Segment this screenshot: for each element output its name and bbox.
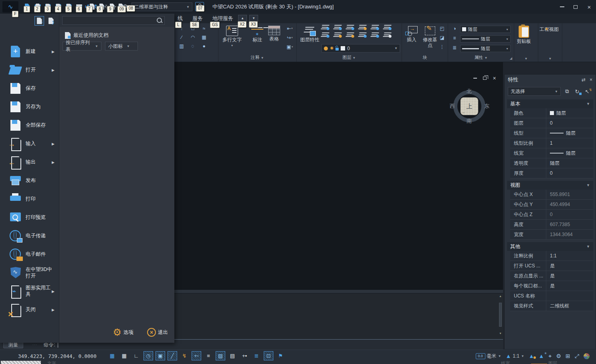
file-menu-item[interactable]: 打印预览 bbox=[0, 208, 59, 227]
layer-tool-icon[interactable] bbox=[345, 25, 354, 29]
property-value[interactable]: 是 bbox=[546, 283, 593, 289]
section-header-basic[interactable]: 基本▼ bbox=[507, 99, 593, 108]
status-toggle[interactable]: ≣ bbox=[252, 351, 261, 360]
scroll-thumb[interactable] bbox=[499, 303, 502, 327]
property-row[interactable]: 注释比例 1:1 bbox=[510, 251, 593, 261]
ribbon-tool-icon[interactable]: ● bbox=[200, 42, 208, 50]
layer-tool-icon[interactable] bbox=[358, 25, 367, 29]
qat-button[interactable]: ▾ 8 bbox=[95, 2, 105, 11]
qat-button[interactable]: 3 bbox=[43, 2, 53, 11]
status-toggle[interactable]: +▫ bbox=[192, 351, 201, 360]
ribbon-tool-icon[interactable]: ▥ bbox=[178, 42, 186, 50]
layer-tool-icon[interactable] bbox=[358, 32, 367, 37]
annotation-tool-icon[interactable]: ⇤▾ bbox=[286, 25, 294, 32]
ribbon-tool-icon[interactable]: ◌ bbox=[189, 42, 197, 50]
property-row[interactable]: 在原点显示 ... 是 bbox=[510, 271, 593, 281]
qat-button[interactable]: 4 bbox=[54, 2, 63, 11]
status-toggle[interactable]: ▦ bbox=[119, 351, 129, 360]
units-control[interactable]: 0.0 毫米 ▼ bbox=[476, 353, 501, 360]
layer-tool-icon[interactable] bbox=[370, 25, 379, 29]
ribbon-collapse-button[interactable]: ▲ X2 bbox=[238, 15, 247, 22]
qat-button[interactable]: 2 bbox=[33, 2, 42, 11]
ribbon-tool-icon[interactable]: ◠ bbox=[189, 34, 197, 41]
hardware-accel-icon[interactable]: ⊞ bbox=[566, 353, 570, 359]
layer-tool-icon[interactable] bbox=[370, 32, 379, 37]
settings-gear-icon[interactable]: ⚙ bbox=[556, 353, 562, 359]
search-box[interactable] bbox=[62, 16, 165, 25]
dialog-launcher-icon[interactable]: ◢ bbox=[510, 57, 512, 60]
annotation-autoscale-icon[interactable]: ▲ bbox=[539, 353, 544, 359]
ribbon-tool-icon[interactable]: ∕ bbox=[178, 34, 186, 41]
ribbon-tab[interactable]: 线 L bbox=[174, 14, 186, 23]
linetype-combo[interactable]: 随层▼ bbox=[460, 35, 511, 42]
property-tool-icon[interactable]: ≣ bbox=[451, 44, 459, 51]
selection-combo[interactable]: 无选择 ▼ bbox=[508, 87, 561, 96]
scroll-down-icon[interactable]: ▼ bbox=[499, 332, 502, 335]
close-icon[interactable]: × bbox=[590, 77, 592, 83]
property-row[interactable]: 中心点 Y 450.4994 bbox=[510, 200, 593, 210]
file-menu-item[interactable]: 发布 bbox=[0, 172, 59, 190]
compass-top-face[interactable]: 上 bbox=[461, 97, 478, 115]
property-value[interactable]: 1 bbox=[546, 140, 593, 146]
property-value[interactable]: 0 bbox=[546, 120, 593, 126]
layer-tool-icon[interactable] bbox=[321, 25, 329, 29]
exit-button[interactable]: × 退出 bbox=[147, 328, 168, 337]
table-button[interactable]: 表格 bbox=[268, 24, 280, 42]
file-menu-item[interactable]: 打开 ▶ bbox=[0, 61, 59, 79]
file-menu-item[interactable]: 打印 bbox=[0, 190, 59, 208]
selection-filter-icon[interactable]: ⌖ bbox=[549, 353, 552, 359]
sort-order-dropdown[interactable]: 按已排序列表▼ bbox=[63, 42, 101, 51]
panel-label-annotation[interactable]: 注释 ▼ bbox=[218, 55, 296, 61]
file-menu-item[interactable]: 关闭 ▶ bbox=[0, 301, 59, 319]
annotation-tool-icon[interactable]: ▣▾ bbox=[286, 43, 294, 51]
ribbon-tab[interactable]: 服务 SE bbox=[189, 14, 206, 23]
layer-tool-icon[interactable] bbox=[321, 32, 329, 37]
ribbon-tab[interactable]: 地理服务 GS bbox=[209, 14, 236, 23]
ribbon-tool-icon[interactable]: ▦ bbox=[200, 34, 208, 41]
insert-block-button[interactable]: 插入 bbox=[405, 24, 418, 43]
select-objects-icon[interactable]: ↻ bbox=[574, 89, 581, 95]
file-menu-item[interactable]: 全部保存 bbox=[0, 116, 59, 135]
property-value[interactable]: 随层 bbox=[546, 150, 593, 157]
property-row[interactable]: UCS 名称 bbox=[510, 291, 593, 301]
command-scrollbar[interactable]: ▲ ▼ bbox=[499, 295, 502, 335]
panel-label-properties[interactable]: 属性 ▼ ◢ bbox=[448, 55, 514, 61]
isolate-objects-icon[interactable] bbox=[584, 353, 590, 359]
command-history[interactable] bbox=[174, 293, 503, 340]
file-menu-item[interactable]: 保存 bbox=[0, 79, 59, 98]
view-compass[interactable]: 北 南 西 东 上 bbox=[452, 89, 487, 123]
status-toggle[interactable]: ⚑ bbox=[276, 351, 285, 360]
layer-tool-icon[interactable] bbox=[345, 32, 354, 37]
status-toggle[interactable]: +▪ bbox=[240, 351, 249, 360]
qat-button[interactable]: 5 bbox=[64, 2, 73, 11]
property-value[interactable]: 二维线框 bbox=[546, 303, 593, 309]
property-tool-icon[interactable]: ≡ bbox=[451, 34, 459, 42]
edit-basepoint-button[interactable]: 修改基点 bbox=[423, 24, 437, 49]
color-combo[interactable]: 随层▼ bbox=[460, 26, 511, 33]
property-row[interactable]: 线型比例 1 bbox=[510, 138, 593, 148]
panel-caret-clipboard[interactable]: ▼ bbox=[514, 56, 538, 61]
autohide-icon[interactable]: ⇄ bbox=[582, 77, 586, 83]
panel-label-block[interactable]: 块 bbox=[402, 55, 448, 61]
engineering-view-button[interactable]: + 工程视图 bbox=[539, 24, 559, 32]
file-menu-item[interactable]: 电子传递 bbox=[0, 227, 59, 245]
property-row[interactable]: 打开 UCS ... 是 bbox=[510, 261, 593, 271]
property-row[interactable]: 线型 随层 bbox=[510, 128, 593, 138]
compass-south[interactable]: 南 bbox=[467, 117, 472, 125]
status-toggle[interactable]: ↯ bbox=[180, 351, 189, 360]
file-menu-item[interactable]: 在中望3D中打开 bbox=[0, 264, 59, 282]
property-row[interactable]: 视觉样式 二维线框 bbox=[510, 301, 593, 311]
file-menu-item[interactable]: 新建 ▶ bbox=[0, 42, 59, 61]
property-row[interactable]: 厚度 0 bbox=[510, 168, 593, 178]
maximize-button[interactable] bbox=[569, 0, 582, 14]
scroll-up-icon[interactable]: ▲ bbox=[499, 295, 502, 297]
icon-size-dropdown[interactable]: 小图标▼ bbox=[105, 42, 138, 51]
panel-label-layers[interactable]: 图层 ▼ bbox=[297, 55, 402, 61]
block-tool-icon[interactable]: ◪ bbox=[438, 34, 446, 41]
qat-button[interactable]: 1 bbox=[22, 2, 32, 11]
file-menu-item[interactable]: 输入 ▶ bbox=[0, 135, 59, 153]
ribbon-options-button[interactable]: ▼ X3 bbox=[249, 15, 258, 22]
layer-tool-icon[interactable] bbox=[383, 25, 392, 29]
panel-caret-engview[interactable]: ▼ bbox=[538, 56, 562, 61]
file-menu-item[interactable]: 图形实用工具 ▶ bbox=[0, 282, 59, 301]
